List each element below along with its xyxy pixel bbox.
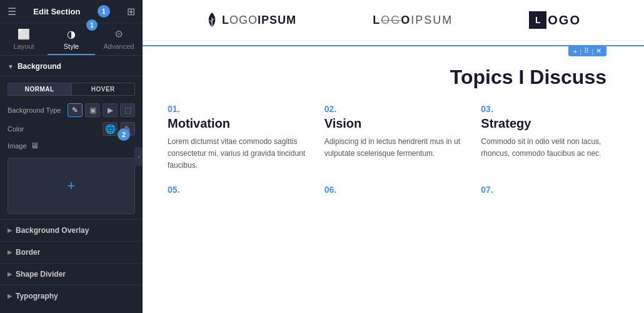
topic-desc-1: Adipiscing id in lectus hendrerit mus in… [325, 136, 463, 160]
topic-num-2: 03. [481, 104, 619, 114]
bg-overlay-arrow: ▶ [8, 227, 12, 233]
tab-advanced[interactable]: ⚙ Advanced [95, 23, 143, 55]
topic-num-0: 01. [168, 104, 306, 114]
bg-type-image[interactable]: ▣ [85, 103, 100, 117]
topic-item-1: 02. Vision Adipiscing id in lectus hendr… [325, 104, 463, 172]
topic-desc-2: Commodo sit in odio velit non lacus, rho… [481, 136, 619, 160]
typography-section[interactable]: ▶ Typography [0, 285, 143, 307]
typography-arrow: ▶ [8, 293, 12, 299]
bg-arrow-icon: ▼ [8, 63, 14, 70]
toolbar-move-btn[interactable]: ⠿ [583, 47, 590, 55]
image-upload-area[interactable]: + [8, 158, 135, 214]
logo-3-box: L [529, 11, 546, 29]
tab-style[interactable]: ◑ Style 1 [48, 23, 95, 55]
logo-bar: LOGOIPSUM LOGOIPSUM L OGO [143, 0, 644, 41]
bg-type-slide[interactable]: ⬚ [120, 103, 135, 117]
bottom-num-0: 05. [168, 185, 306, 195]
bg-type-label: Background Type [8, 106, 63, 114]
logo-2: LOGOIPSUM [373, 14, 453, 27]
edit-toolbar: + | ⠿ | ✕ [568, 46, 606, 56]
upload-plus-icon: + [68, 178, 76, 194]
bottom-num-1: 06. [325, 185, 463, 195]
badge-2: 2 [118, 128, 130, 141]
topics-grid: 01. Motivation Lorem dictumst vitae comm… [168, 104, 619, 172]
logo-1-text: LOGOIPSUM [222, 14, 296, 27]
color-row: Color 🌐 ✎ 2 [0, 120, 143, 138]
background-section-title[interactable]: ▼ Background [0, 56, 143, 76]
color-label: Color [8, 125, 98, 133]
style-badge: 1 [86, 19, 98, 31]
logo-1: LOGOIPSUM [206, 11, 296, 29]
typography-label: Typography [16, 292, 58, 300]
bottom-nums: 05. 06. 07. [168, 185, 619, 195]
topic-title-2: Strategy [481, 116, 619, 131]
left-panel: ☰ Edit Section 1 ⊞ ⬜ Layout ◑ Style 1 ⚙ … [0, 0, 143, 313]
topic-num-1: 02. [325, 104, 463, 114]
topic-desc-0: Lorem dictumst vitae commodo sagittis co… [168, 136, 306, 172]
bg-type-controls: ✎ ▣ ▶ ⬚ [68, 103, 135, 117]
advanced-icon: ⚙ [114, 28, 123, 40]
tab-advanced-label: Advanced [104, 43, 134, 50]
tab-layout[interactable]: ⬜ Layout [0, 23, 48, 55]
bg-type-pencil[interactable]: ✎ [68, 103, 83, 117]
logo-3-text: OGO [548, 13, 581, 28]
border-label: Border [16, 248, 40, 257]
bg-type-video[interactable]: ▶ [103, 103, 118, 117]
hamburger-icon[interactable]: ☰ [8, 6, 16, 18]
topic-title-1: Vision [325, 116, 463, 131]
tab-layout-label: Layout [13, 43, 34, 50]
logo-2-text: LOGOIPSUM [373, 14, 453, 27]
border-section[interactable]: ▶ Border [0, 241, 143, 263]
topic-item-0: 01. Motivation Lorem dictumst vitae comm… [168, 104, 306, 172]
tab-style-label: Style [64, 43, 79, 50]
shape-divider-arrow: ▶ [8, 271, 12, 277]
hover-button[interactable]: HOVER [72, 83, 136, 96]
panel-collapse-arrow[interactable]: ‹ [134, 147, 143, 166]
bg-overlay-section[interactable]: ▶ Background Overlay [0, 219, 143, 241]
style-icon: ◑ [67, 28, 76, 40]
panel-title: Edit Section [33, 7, 80, 16]
toolbar-close-btn[interactable]: ✕ [595, 47, 603, 55]
bg-label: Background [18, 62, 61, 71]
normal-hover-row: NORMAL HOVER [8, 83, 135, 96]
border-arrow: ▶ [8, 249, 12, 255]
bottom-num-2: 07. [481, 185, 619, 195]
shape-divider-section[interactable]: ▶ Shape Divider [0, 263, 143, 285]
toolbar-plus-btn[interactable]: + [572, 48, 578, 55]
topic-title-0: Motivation [168, 116, 306, 131]
image-label: Image [8, 142, 27, 150]
grid-icon[interactable]: ⊞ [127, 6, 135, 18]
layout-icon: ⬜ [18, 28, 30, 40]
main-content: LOGOIPSUM LOGOIPSUM L OGO + | ⠿ | ✕ Topi… [143, 0, 644, 313]
badge-1: 1 [98, 5, 110, 18]
bg-overlay-label: Background Overlay [16, 226, 89, 235]
panel-header: ☰ Edit Section 1 ⊞ [0, 0, 143, 23]
bg-type-row: Background Type ✎ ▣ ▶ ⬚ [0, 101, 143, 120]
grain-leaf-icon [206, 11, 218, 29]
logo-3: L OGO [529, 11, 581, 29]
color-globe-btn[interactable]: 🌐 [103, 122, 118, 136]
monitor-icon: 🖥 [31, 141, 39, 150]
shape-divider-label: Shape Divider [16, 270, 66, 279]
topic-item-2: 03. Strategy Commodo sit in odio velit n… [481, 104, 619, 172]
topics-section: + | ⠿ | ✕ Topics I Discuss 01. Motivatio… [143, 41, 644, 313]
tabs-row: ⬜ Layout ◑ Style 1 ⚙ Advanced [0, 23, 143, 56]
section-heading: Topics I Discuss [168, 66, 619, 89]
normal-button[interactable]: NORMAL [8, 83, 72, 96]
